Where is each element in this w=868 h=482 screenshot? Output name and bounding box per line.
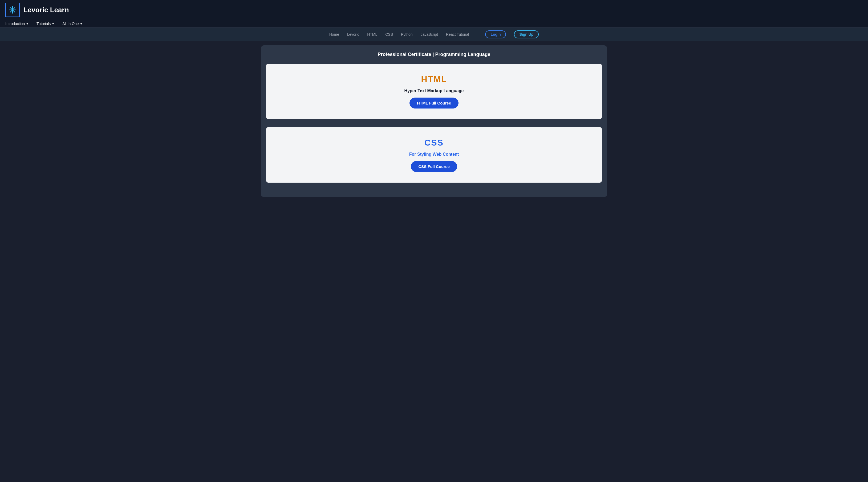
page-title: Professional Certificate | Programming L… — [266, 52, 602, 57]
top-nav: Intruduction ▼ Tutorials ▼ All In One ▼ — [0, 20, 868, 28]
nav-link-javascript[interactable]: JavaScript — [421, 32, 438, 36]
nav-item-all-in-one[interactable]: All In One ▼ — [62, 22, 82, 26]
chevron-down-icon: ▼ — [80, 22, 83, 25]
nav-item-tutorials[interactable]: Tutorials ▼ — [36, 22, 54, 26]
logo-container: Levoric Learn — [5, 3, 69, 17]
css-full-course-button[interactable]: CSS Full Course — [411, 161, 457, 172]
logo-icon — [5, 3, 20, 17]
top-bar: Levoric Learn — [0, 0, 868, 20]
nav-link-python[interactable]: Python — [401, 32, 413, 36]
chevron-down-icon: ▼ — [26, 22, 29, 25]
main-content: Professional Certificate | Programming L… — [261, 45, 607, 197]
login-button[interactable]: Login — [485, 30, 506, 38]
nav-link-react-tutorial[interactable]: React Tutorial — [446, 32, 469, 36]
html-full-course-button[interactable]: HTML Full Course — [409, 97, 459, 109]
nav-link-html[interactable]: HTML — [367, 32, 377, 36]
course-description-css: For Styling Web Content — [409, 152, 459, 157]
snowflake-icon — [8, 6, 17, 14]
chevron-down-icon: ▼ — [52, 22, 54, 25]
course-title-html: HTML — [421, 74, 447, 84]
course-title-css: CSS — [425, 138, 443, 148]
nav-item-introduction[interactable]: Intruduction ▼ — [5, 22, 29, 26]
nav-link-css[interactable]: CSS — [385, 32, 393, 36]
course-description-html: Hyper Text Markup Language — [404, 89, 464, 93]
logo-title: Levoric Learn — [24, 6, 69, 14]
nav-separator — [477, 32, 477, 37]
secondary-nav: Home Levoric HTML CSS Python JavaScript … — [0, 28, 868, 41]
nav-link-home[interactable]: Home — [329, 32, 339, 36]
course-card-css: CSS For Styling Web Content CSS Full Cou… — [266, 127, 602, 183]
course-card-html: HTML Hyper Text Markup Language HTML Ful… — [266, 64, 602, 119]
signup-button[interactable]: Sign Up — [514, 30, 539, 38]
nav-link-levoric[interactable]: Levoric — [347, 32, 359, 36]
svg-point-0 — [12, 9, 13, 11]
